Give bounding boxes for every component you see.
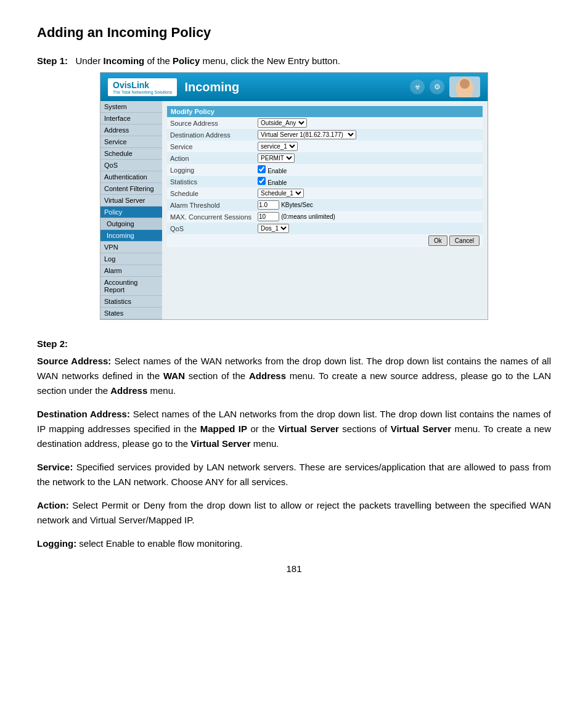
sidebar-item-content-filtering[interactable]: Content Filtering xyxy=(100,183,162,195)
select-destination-address[interactable]: Virtual Server 1(81.62.73.177) xyxy=(258,130,356,139)
sidebar-item-policy[interactable]: Policy xyxy=(100,207,162,218)
row-action: Action PERMIT xyxy=(167,152,483,164)
statistics-enable-label: Enable xyxy=(267,179,287,186)
network-icon: ⚙ xyxy=(430,80,444,94)
label-destination-address: Destination Address xyxy=(167,129,255,141)
content-area: Modify Policy Source Address Outside_Any… xyxy=(162,101,488,319)
paragraph-destination: Destination Address: Select names of the… xyxy=(37,407,551,451)
label-concurrent-sessions: MAX. Concurrent Sessions xyxy=(167,211,255,223)
input-concurrent-sessions[interactable] xyxy=(258,212,279,221)
row-schedule: Schedule Schedule_1 xyxy=(167,187,483,199)
label-alarm-threshold: Alarm Threshold xyxy=(167,199,255,211)
row-concurrent-sessions: MAX. Concurrent Sessions (0:means unlimi… xyxy=(167,211,483,223)
sidebar-item-qos[interactable]: QoS xyxy=(100,160,162,171)
value-logging: Enable xyxy=(255,164,483,176)
label-logging: Logging xyxy=(167,164,255,176)
page-title: Adding an Incoming Policy xyxy=(37,25,551,41)
header-icons: ☣ ⚙ xyxy=(410,76,480,97)
ui-body: System Interface Address Service Schedul… xyxy=(100,101,488,319)
label-schedule: Schedule xyxy=(167,187,255,199)
sidebar-item-states[interactable]: States xyxy=(100,308,162,319)
value-destination-address: Virtual Server 1(81.62.73.177) xyxy=(255,129,483,141)
sidebar-item-system[interactable]: System xyxy=(100,101,162,113)
sidebar-item-interface[interactable]: Interface xyxy=(100,113,162,125)
value-statistics: Enable xyxy=(255,176,483,187)
step2-label: Step 2: xyxy=(37,338,551,349)
checkbox-statistics[interactable] xyxy=(258,177,266,185)
label-action: Action xyxy=(167,152,255,164)
sidebar-item-outgoing[interactable]: Outgoing xyxy=(100,218,162,230)
paragraph-action: Action: Select Permit or Deny from the d… xyxy=(37,498,551,528)
concurrent-sessions-hint: (0:means unlimited) xyxy=(281,213,335,220)
paragraph-source: Source Address: Select names of the WAN … xyxy=(37,354,551,398)
step1-number: Step 1: xyxy=(37,55,68,66)
ok-button[interactable]: Ok xyxy=(428,235,447,246)
sidebar-item-alarm[interactable]: Alarm xyxy=(100,265,162,277)
row-qos: QoS Dos_1 xyxy=(167,223,483,234)
page-number: 181 xyxy=(37,563,551,574)
logo-sub: The Total Networking Solutions xyxy=(113,90,172,94)
select-schedule[interactable]: Schedule_1 xyxy=(258,189,304,198)
value-alarm-threshold: KBytes/Sec xyxy=(255,199,483,211)
alarm-threshold-unit: KBytes/Sec xyxy=(281,202,313,208)
select-service[interactable]: service_1 xyxy=(258,142,298,151)
row-service: Service service_1 xyxy=(167,141,483,152)
globe-icon: ☣ xyxy=(410,80,425,94)
step2-section: Step 2: Source Address: Select names of … xyxy=(37,338,551,551)
paragraph-logging: Logging: select Enable to enable flow mo… xyxy=(37,536,551,551)
value-service: service_1 xyxy=(255,141,483,152)
sidebar-item-statistics[interactable]: Statistics xyxy=(100,296,162,308)
value-action: PERMIT xyxy=(255,152,483,164)
sidebar: System Interface Address Service Schedul… xyxy=(100,101,162,319)
select-qos[interactable]: Dos_1 xyxy=(258,224,289,233)
row-alarm-threshold: Alarm Threshold KBytes/Sec xyxy=(167,199,483,211)
row-buttons: Ok Cancel xyxy=(167,234,483,247)
form-section-header: Modify Policy xyxy=(167,106,483,117)
checkbox-logging[interactable] xyxy=(258,165,266,173)
select-source-address[interactable]: Outside_Any xyxy=(258,118,307,128)
label-source-address: Source Address xyxy=(167,117,255,129)
sidebar-item-service[interactable]: Service xyxy=(100,136,162,148)
svg-point-1 xyxy=(460,79,470,89)
ui-header-title: Incoming xyxy=(184,80,402,94)
step1-text: Under Incoming of the Policy menu, click… xyxy=(76,55,340,66)
paragraph-service: Service: Specified services provided by … xyxy=(37,460,551,489)
input-alarm-threshold[interactable] xyxy=(258,200,279,210)
person-svg xyxy=(449,76,480,97)
row-statistics: Statistics Enable xyxy=(167,176,483,187)
label-qos: QoS xyxy=(167,223,255,234)
logo-text: OvisLink xyxy=(113,80,149,90)
sidebar-item-authentication[interactable]: Authentication xyxy=(100,171,162,183)
screenshot-container: OvisLink The Total Networking Solutions … xyxy=(100,72,488,320)
row-destination-address: Destination Address Virtual Server 1(81.… xyxy=(167,129,483,141)
value-schedule: Schedule_1 xyxy=(255,187,483,199)
label-service: Service xyxy=(167,141,255,152)
step1-label: Step 1: Under Incoming of the Policy men… xyxy=(37,55,551,66)
cancel-button[interactable]: Cancel xyxy=(449,235,480,246)
sidebar-item-schedule[interactable]: Schedule xyxy=(100,148,162,160)
label-statistics: Statistics xyxy=(167,176,255,187)
value-source-address: Outside_Any xyxy=(255,117,483,129)
sidebar-item-log[interactable]: Log xyxy=(100,253,162,265)
row-source-address: Source Address Outside_Any xyxy=(167,117,483,129)
row-logging: Logging Enable xyxy=(167,164,483,176)
sidebar-item-address[interactable]: Address xyxy=(100,125,162,136)
logo: OvisLink The Total Networking Solutions xyxy=(108,78,177,96)
ui-header: OvisLink The Total Networking Solutions … xyxy=(100,73,488,101)
button-row: Ok Cancel xyxy=(167,234,483,247)
logging-enable-label: Enable xyxy=(267,168,287,174)
modify-policy-table: Modify Policy Source Address Outside_Any… xyxy=(167,106,483,247)
sidebar-item-vpn[interactable]: VPN xyxy=(100,242,162,253)
value-concurrent-sessions: (0:means unlimited) xyxy=(255,211,483,223)
sidebar-item-accounting-report[interactable]: Accounting Report xyxy=(100,277,162,296)
value-qos: Dos_1 xyxy=(255,223,483,234)
select-action[interactable]: PERMIT xyxy=(258,153,295,163)
sidebar-item-virtual-server[interactable]: Virtual Server xyxy=(100,195,162,207)
person-avatar xyxy=(449,76,480,97)
sidebar-item-incoming[interactable]: Incoming xyxy=(100,230,162,242)
